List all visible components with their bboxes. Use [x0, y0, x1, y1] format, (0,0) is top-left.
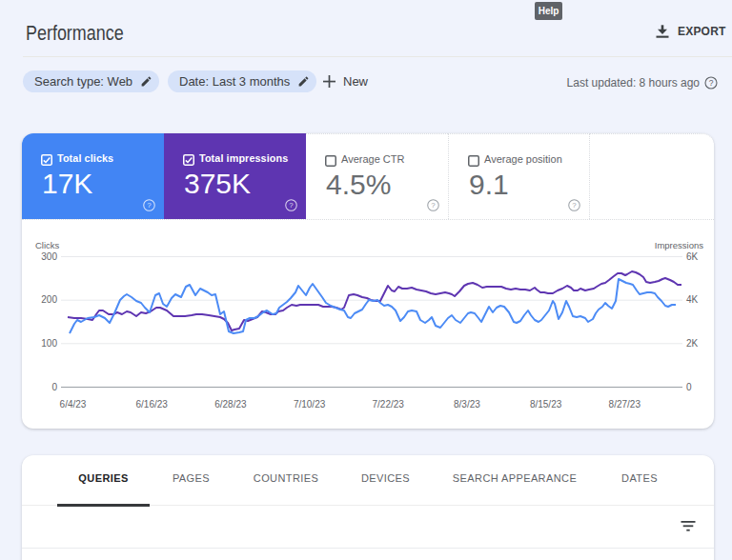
svg-text:8/27/23: 8/27/23	[609, 399, 641, 410]
svg-text:6/28/23: 6/28/23	[214, 399, 247, 410]
svg-text:7/10/23: 7/10/23	[294, 399, 326, 410]
svg-text:?: ?	[289, 201, 294, 210]
svg-text:7/22/23: 7/22/23	[373, 399, 405, 410]
svg-text:?: ?	[572, 201, 577, 210]
svg-text:6/16/23: 6/16/23	[136, 399, 169, 410]
svg-text:200: 200	[41, 294, 57, 305]
svg-text:100: 100	[41, 338, 57, 349]
svg-text:300: 300	[41, 251, 57, 262]
svg-text:8/15/23: 8/15/23	[530, 399, 562, 410]
svg-text:2K: 2K	[686, 338, 699, 349]
svg-text:?: ?	[431, 201, 436, 210]
svg-text:6K: 6K	[686, 251, 699, 262]
svg-text:?: ?	[147, 201, 152, 210]
svg-text:6/4/23: 6/4/23	[60, 399, 87, 410]
svg-text:Impressions: Impressions	[655, 240, 703, 250]
svg-text:0: 0	[51, 382, 57, 392]
svg-text:0: 0	[686, 382, 692, 392]
svg-text:4K: 4K	[686, 294, 699, 305]
svg-text:8/3/23: 8/3/23	[454, 399, 480, 410]
svg-text:?: ?	[709, 78, 714, 88]
svg-text:Clicks: Clicks	[35, 240, 60, 250]
